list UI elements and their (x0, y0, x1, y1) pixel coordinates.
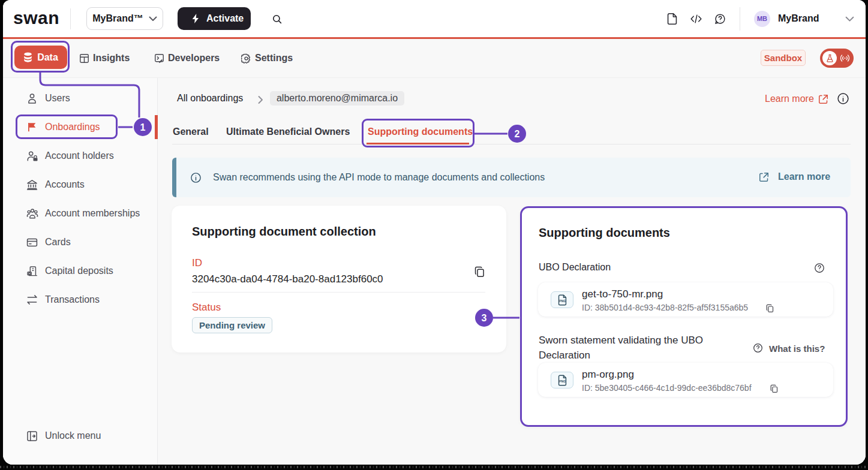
svg-text:PNG: PNG (559, 299, 566, 302)
svg-text:PNG: PNG (559, 379, 566, 382)
